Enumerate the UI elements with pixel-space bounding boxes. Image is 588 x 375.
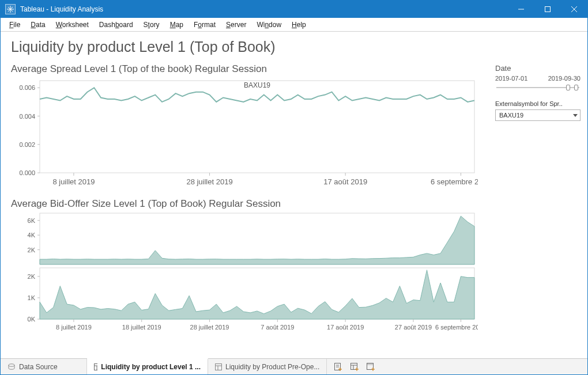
dashboard-title: Liquidity by product Level 1 (Top of Boo… xyxy=(11,39,489,55)
chevron-down-icon xyxy=(573,114,578,117)
menu-map[interactable]: Map xyxy=(165,20,189,30)
svg-text:17 août 2019: 17 août 2019 xyxy=(323,177,367,186)
svg-text:6 septembre 2019: 6 septembre 2019 xyxy=(431,177,478,186)
chart-spread: Average Spread Level 1 (Top of the book)… xyxy=(11,63,489,192)
sheet-tab-active[interactable]: Liquidity by product Level 1 ... xyxy=(87,358,208,374)
date-to: 2019-09-30 xyxy=(548,75,581,82)
chart-spread-svg[interactable]: 0.0060.0040.0020.0008 juillet 201928 jui… xyxy=(11,77,478,192)
svg-rect-8 xyxy=(40,81,474,173)
chart-spread-title: Average Spread Level 1 (Top of the book)… xyxy=(11,63,489,75)
svg-rect-5 xyxy=(545,7,551,12)
svg-text:0.002: 0.002 xyxy=(19,141,35,148)
svg-text:27 août 2019: 27 août 2019 xyxy=(395,324,432,331)
window-title: Tableau - Liquidity Analysis xyxy=(20,5,103,13)
svg-text:6 septembre 2019: 6 septembre 2019 xyxy=(435,324,478,331)
svg-text:0.006: 0.006 xyxy=(19,84,35,91)
svg-text:2K: 2K xyxy=(28,247,36,253)
menu-format[interactable]: Format xyxy=(189,20,221,30)
new-dashboard-button[interactable] xyxy=(346,361,361,373)
date-filter-label: Date xyxy=(495,64,581,73)
svg-text:BAXU19: BAXU19 xyxy=(244,81,270,89)
svg-text:17 août 2019: 17 août 2019 xyxy=(327,324,364,331)
filter-panel: Date 2019-07-01 2019-09-30 Externalsymbo… xyxy=(495,32,587,358)
menu-window[interactable]: Window xyxy=(251,20,287,30)
datasource-tab-label: Data Source xyxy=(19,363,58,371)
menu-data[interactable]: Data xyxy=(25,20,50,30)
menu-file[interactable]: File xyxy=(4,20,25,30)
window-minimize-button[interactable] xyxy=(508,1,534,18)
svg-text:8 juillet 2019: 8 juillet 2019 xyxy=(52,177,95,186)
menubar: File Data Worksheet Dashboard Story Map … xyxy=(1,18,587,32)
date-from: 2019-07-01 xyxy=(495,75,527,82)
chart-size-svg[interactable]: 6K4K2K2K1K0K8 juillet 201918 juillet 201… xyxy=(11,212,478,334)
svg-text:18 juillet 2019: 18 juillet 2019 xyxy=(122,324,161,331)
window-maximize-button[interactable] xyxy=(534,1,561,18)
tableau-app-icon xyxy=(5,4,16,14)
new-story-button[interactable] xyxy=(363,361,378,373)
svg-point-54 xyxy=(9,363,14,366)
sheet-tab-active-label: Liquidity by product Level 1 ... xyxy=(101,363,201,371)
svg-text:4K: 4K xyxy=(28,232,36,238)
menu-story[interactable]: Story xyxy=(138,20,165,30)
svg-rect-72 xyxy=(367,363,373,365)
svg-rect-26 xyxy=(40,213,474,264)
svg-text:0.004: 0.004 xyxy=(19,113,35,120)
sheet-tab-bar: Data Source Liquidity by product Level 1… xyxy=(1,358,587,374)
svg-text:1K: 1K xyxy=(28,294,36,301)
menu-worksheet[interactable]: Worksheet xyxy=(51,20,94,30)
svg-text:8 juillet 2019: 8 juillet 2019 xyxy=(56,324,92,331)
svg-text:0.000: 0.000 xyxy=(19,169,35,176)
sheet-tab-other[interactable]: Liquidity by Product Pre-Ope... xyxy=(208,359,327,374)
svg-text:28 juillet 2019: 28 juillet 2019 xyxy=(190,324,229,331)
date-range-slider[interactable] xyxy=(496,83,579,92)
symbol-dropdown[interactable]: BAXU19 xyxy=(495,109,581,121)
dashboard-area: Liquidity by product Level 1 (Top of Boo… xyxy=(1,32,495,358)
window-titlebar: Tableau - Liquidity Analysis xyxy=(1,1,587,18)
dashboard-icon xyxy=(215,363,222,370)
chart-size-title: Average Bid-Offer Size Level 1 (Top of B… xyxy=(11,198,489,210)
sheet-tab-other-label: Liquidity by Product Pre-Ope... xyxy=(225,363,319,371)
svg-text:28 juillet 2019: 28 juillet 2019 xyxy=(186,177,232,186)
menu-help[interactable]: Help xyxy=(287,20,311,30)
chart-size: Average Bid-Offer Size Level 1 (Top of B… xyxy=(11,198,489,334)
window-close-button[interactable] xyxy=(561,1,587,18)
svg-rect-66 xyxy=(350,363,357,370)
datasource-tab[interactable]: Data Source xyxy=(1,359,87,374)
menu-server[interactable]: Server xyxy=(221,20,251,30)
datasource-icon xyxy=(7,363,16,371)
new-worksheet-button[interactable] xyxy=(330,361,345,373)
symbol-filter-label: Externalsymbol for Spr.. xyxy=(495,100,581,107)
symbol-dropdown-value: BAXU19 xyxy=(499,112,523,119)
svg-text:2K: 2K xyxy=(28,273,36,280)
svg-rect-58 xyxy=(216,363,222,370)
svg-text:6K: 6K xyxy=(28,217,36,224)
menu-dashboard[interactable]: Dashboard xyxy=(94,20,138,30)
svg-text:7 août 2019: 7 août 2019 xyxy=(261,324,294,331)
dashboard-icon xyxy=(94,363,97,370)
svg-text:0K: 0K xyxy=(28,316,36,323)
